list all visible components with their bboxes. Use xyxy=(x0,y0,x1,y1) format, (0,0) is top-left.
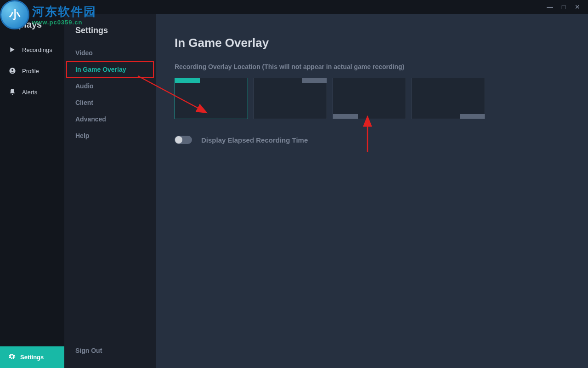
page-title: In Game Overlay xyxy=(175,36,570,50)
subnav-video[interactable]: Video xyxy=(64,45,156,61)
minimize-button[interactable]: — xyxy=(543,1,557,12)
overlay-location-options xyxy=(175,78,570,119)
overlay-position-top-right[interactable] xyxy=(254,78,327,119)
subnav-in-game-overlay[interactable]: In Game Overlay xyxy=(66,61,154,78)
nav-label: Alerts xyxy=(22,89,37,96)
nav-label: Profile xyxy=(22,68,39,75)
play-icon xyxy=(8,46,17,54)
watermark-logo-icon: 小 xyxy=(0,0,29,29)
overlay-location-label: Recording Overlay Location (This will no… xyxy=(175,63,570,70)
subnav-client[interactable]: Client xyxy=(64,94,156,111)
watermark-url-text: www.pc0359.cn xyxy=(32,19,96,26)
bell-icon xyxy=(8,88,17,96)
subnav-audio[interactable]: Audio xyxy=(64,78,156,94)
indicator-bar xyxy=(175,78,200,83)
nav-alerts[interactable]: Alerts xyxy=(0,81,64,103)
overlay-position-top-left[interactable] xyxy=(175,78,248,119)
watermark-overlay: 小 河东软件园 www.pc0359.cn xyxy=(0,0,96,29)
close-button[interactable]: ✕ xyxy=(571,1,584,12)
elapsed-time-row: Display Elapsed Recording Time xyxy=(175,136,570,144)
overlay-position-bottom-left[interactable] xyxy=(333,78,406,119)
elapsed-time-toggle[interactable] xyxy=(175,136,192,144)
indicator-bar xyxy=(302,78,327,83)
subnav-advanced[interactable]: Advanced xyxy=(64,111,156,127)
content-panel: In Game Overlay Recording Overlay Locati… xyxy=(156,14,588,368)
elapsed-time-label: Display Elapsed Recording Time xyxy=(201,136,308,144)
indicator-bar xyxy=(460,114,485,119)
nav-settings[interactable]: Settings xyxy=(0,346,64,368)
svg-point-1 xyxy=(11,69,13,71)
watermark-cn-text: 河东软件园 xyxy=(32,4,96,20)
indicator-bar xyxy=(333,114,358,119)
maximize-button[interactable]: □ xyxy=(557,1,571,12)
nav-recordings[interactable]: Recordings xyxy=(0,39,64,60)
overlay-position-bottom-right[interactable] xyxy=(412,78,485,119)
subnav-help[interactable]: Help xyxy=(64,127,156,144)
nav-label: Recordings xyxy=(22,46,52,53)
sign-out-button[interactable]: Sign Out xyxy=(64,338,156,368)
profile-icon xyxy=(8,67,17,75)
nav-profile[interactable]: Profile xyxy=(0,60,64,81)
primary-nav: plays Recordings Profile Alerts Settings xyxy=(0,14,64,368)
settings-subnav: Settings Video In Game Overlay Audio Cli… xyxy=(64,14,156,368)
gear-icon xyxy=(8,353,16,362)
nav-label: Settings xyxy=(20,354,44,361)
